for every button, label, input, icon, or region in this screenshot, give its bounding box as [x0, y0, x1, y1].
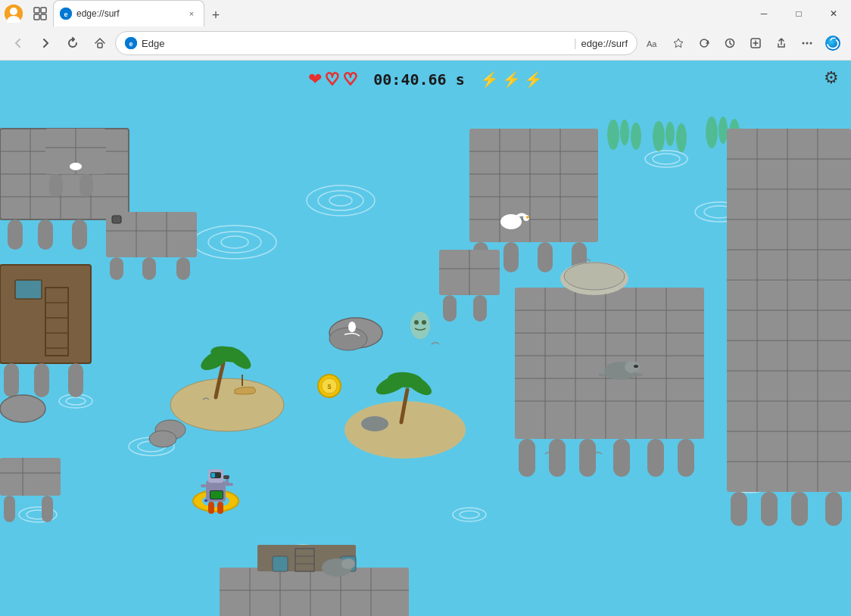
back-button[interactable]: [6, 31, 30, 55]
svg-rect-82: [34, 363, 49, 397]
svg-rect-4: [41, 8, 46, 13]
tab-favicon: e: [60, 8, 72, 20]
svg-rect-114: [549, 439, 566, 477]
history-button[interactable]: [718, 31, 742, 55]
svg-rect-198: [142, 257, 156, 280]
collections-button[interactable]: [26, 0, 53, 26]
nav-right-icons: Aa: [641, 31, 845, 55]
svg-rect-3: [34, 8, 39, 13]
address-bar-icon: e: [125, 37, 137, 49]
svg-rect-99: [503, 242, 519, 272]
svg-rect-168: [204, 499, 207, 502]
title-bar-left: e edge://surf × +: [0, 0, 747, 26]
address-edge-label: Edge: [142, 38, 569, 49]
address-bar[interactable]: e Edge | edge://surf: [115, 31, 637, 55]
maximize-button[interactable]: □: [781, 0, 816, 26]
svg-rect-197: [110, 257, 123, 280]
profile-button[interactable]: [0, 0, 26, 26]
svg-point-152: [329, 328, 367, 350]
tab-close-button[interactable]: ×: [185, 8, 198, 20]
svg-point-16: [806, 42, 809, 45]
game-scene: $: [0, 61, 851, 616]
svg-rect-159: [211, 473, 215, 478]
svg-point-176: [341, 558, 355, 569]
tab-area: e edge://surf × +: [53, 0, 227, 26]
svg-rect-85: [0, 458, 61, 496]
address-url: edge://surf: [581, 38, 628, 49]
refresh-button[interactable]: [61, 31, 85, 55]
svg-rect-222: [761, 492, 778, 526]
svg-rect-71: [72, 219, 87, 250]
svg-point-49: [631, 123, 641, 150]
svg-rect-81: [4, 363, 19, 397]
minimize-button[interactable]: ─: [747, 0, 781, 26]
favorites-button[interactable]: [666, 31, 690, 55]
game-area[interactable]: ❤ ♡ ♡ 00:40.66 s ⚡ ⚡ ⚡ ⚙: [0, 61, 851, 616]
svg-point-47: [607, 120, 619, 150]
svg-rect-167: [217, 502, 223, 514]
more-button[interactable]: [795, 31, 819, 55]
extensions-button[interactable]: [743, 31, 768, 55]
svg-rect-224: [825, 492, 842, 526]
svg-text:$: $: [327, 383, 331, 390]
new-tab-button[interactable]: +: [204, 4, 227, 26]
svg-rect-118: [678, 439, 694, 477]
sync-button[interactable]: [692, 31, 716, 55]
svg-rect-191: [79, 174, 93, 197]
svg-rect-127: [273, 556, 288, 571]
svg-point-192: [70, 163, 82, 170]
svg-rect-9: [98, 43, 102, 48]
read-aloud-button[interactable]: Aa: [641, 31, 665, 55]
close-button[interactable]: ✕: [816, 0, 851, 26]
home-button[interactable]: [88, 31, 112, 55]
settings-button[interactable]: ⚙: [824, 68, 839, 88]
svg-point-52: [676, 123, 687, 152]
svg-rect-161: [210, 491, 223, 499]
svg-point-17: [810, 42, 812, 45]
svg-rect-6: [41, 14, 46, 20]
svg-point-174: [634, 365, 638, 368]
nav-bar: e Edge | edge://surf Aa: [0, 26, 851, 61]
svg-text:e: e: [64, 11, 67, 18]
svg-rect-90: [469, 129, 598, 242]
svg-rect-199: [176, 257, 190, 280]
svg-point-169: [410, 312, 430, 339]
svg-rect-190: [49, 174, 63, 197]
edge-logo-button[interactable]: [821, 31, 845, 55]
svg-point-54: [719, 117, 728, 144]
svg-rect-165: [223, 475, 229, 479]
svg-rect-200: [112, 216, 121, 223]
svg-rect-89: [42, 496, 53, 522]
svg-rect-119: [220, 568, 409, 616]
svg-point-153: [348, 322, 356, 332]
svg-rect-88: [4, 496, 15, 522]
svg-rect-115: [579, 439, 596, 477]
tab-title: edge://surf: [76, 8, 181, 19]
svg-point-15: [803, 42, 805, 45]
svg-rect-100: [538, 242, 553, 272]
svg-rect-223: [791, 492, 808, 526]
svg-rect-5: [34, 14, 39, 20]
title-bar: e edge://surf × + ─ □ ✕: [0, 0, 851, 26]
svg-rect-205: [473, 295, 487, 322]
svg-rect-221: [731, 492, 747, 526]
svg-point-1: [10, 8, 17, 15]
svg-point-181: [526, 216, 529, 219]
svg-rect-69: [8, 219, 23, 250]
svg-rect-204: [443, 295, 457, 322]
svg-rect-75: [15, 280, 42, 299]
svg-rect-116: [613, 439, 630, 477]
forward-button[interactable]: [33, 31, 58, 55]
svg-point-51: [666, 122, 675, 146]
svg-rect-162: [201, 484, 207, 487]
share-button[interactable]: [769, 31, 793, 55]
svg-rect-117: [647, 439, 664, 477]
svg-rect-113: [519, 439, 535, 477]
svg-point-48: [620, 120, 629, 145]
svg-point-84: [0, 395, 45, 422]
svg-rect-83: [68, 363, 83, 397]
active-tab[interactable]: e edge://surf ×: [53, 0, 204, 26]
svg-rect-70: [38, 219, 53, 250]
svg-text:Aa: Aa: [647, 39, 657, 48]
profile-avatar: [5, 5, 23, 23]
